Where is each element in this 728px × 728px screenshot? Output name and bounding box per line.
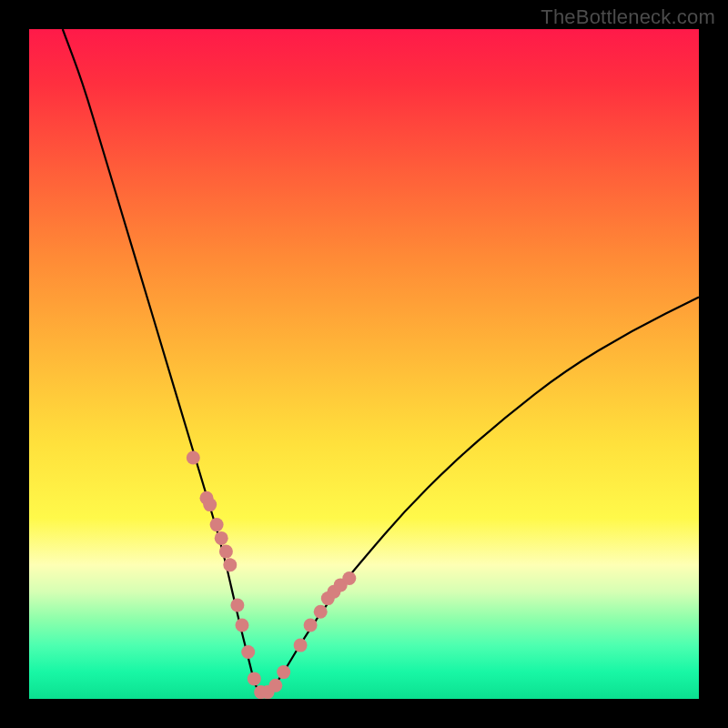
data-point (294, 639, 308, 652)
data-point (241, 645, 255, 659)
data-point (277, 665, 290, 679)
plot-area (29, 29, 699, 699)
data-point (215, 531, 228, 545)
data-point (203, 498, 217, 511)
data-point (219, 545, 233, 559)
data-point (210, 518, 224, 531)
data-point (187, 451, 200, 465)
data-point (304, 619, 318, 632)
data-point (314, 605, 328, 619)
chart-svg (29, 29, 699, 699)
data-point (248, 672, 261, 685)
data-point (342, 571, 356, 585)
data-point (236, 619, 249, 632)
chart-frame: TheBottleneck.com (0, 0, 728, 728)
data-points-group (187, 451, 356, 700)
bottleneck-curve (63, 29, 699, 693)
data-point (223, 558, 237, 571)
watermark-text: TheBottleneck.com (541, 5, 715, 29)
data-point (230, 599, 244, 612)
data-point (268, 679, 282, 693)
